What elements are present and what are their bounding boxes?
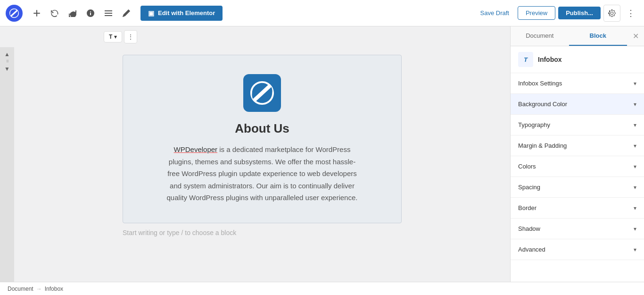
accordion-header-border[interactable]: Border ▾ [511,198,644,218]
undo-button[interactable] [47,6,62,21]
block-type-arrow: ▾ [114,34,117,40]
edit-with-elementor-button[interactable]: ▣ Edit with Elementor [140,6,223,21]
accordion-header-typography[interactable]: Typography ▾ [511,115,644,135]
block-type-button[interactable]: T ▾ [104,31,122,42]
more-options-button[interactable]: ⋮ [623,6,638,21]
elementor-icon: ▣ [148,9,154,17]
accordion-header-colors[interactable]: Colors ▾ [511,156,644,177]
right-panel: Document Block ✕ T Infobox Infobox Setti… [510,26,644,282]
infobox-content-block: About Us WPDeveloper is a dedicated mark… [123,55,402,223]
accordion-shadow: Shadow ▾ [511,219,644,239]
edit-icon-button[interactable] [119,6,134,21]
breadcrumb-infobox[interactable]: Infobox [45,286,63,292]
infobox-icon [243,74,281,112]
chevron-colors: ▾ [634,163,636,170]
accordion-header-shadow[interactable]: Shadow ▾ [511,219,644,239]
save-draft-button[interactable]: Save Draft [475,7,515,19]
block-more-options-button[interactable]: ⋮ [124,30,137,43]
accordion-label-spacing: Spacing [518,184,540,191]
close-icon: ✕ [633,32,639,41]
chevron-shadow: ▾ [634,226,636,232]
info-button[interactable] [83,6,98,21]
accordion-label-border: Border [518,204,537,211]
accordion-header-margin-padding[interactable]: Margin & Padding ▾ [511,135,644,156]
list-view-button[interactable] [101,6,116,21]
about-text: WPDeveloper is a dedicated marketplace f… [163,143,361,204]
breadcrumb-document[interactable]: Document [8,286,33,292]
top-toolbar: ▣ Edit with Elementor Save Draft Preview… [0,0,644,26]
chevron-advanced: ▾ [634,246,636,253]
block-tab[interactable]: Block [569,26,627,46]
preview-button[interactable]: Preview [518,6,555,20]
accordion-label-infobox-settings: Infobox Settings [518,80,562,87]
bottom-bar: Document → Infobox [0,282,644,295]
chevron-border: ▾ [634,205,636,211]
svg-rect-1 [105,13,112,14]
add-block-button[interactable] [29,6,44,21]
accordion-header-infobox-settings[interactable]: Infobox Settings ▾ [511,73,644,93]
chevron-background-color: ▾ [634,101,636,108]
svg-rect-2 [105,15,112,16]
accordion-label-typography: Typography [518,121,550,128]
accordion-header-background-color[interactable]: Background Color ▾ [511,94,644,114]
block-type-icon: T [518,52,533,67]
accordion-label-margin-padding: Margin & Padding [518,142,567,149]
block-toolbar: T ▾ ⋮ [0,26,510,47]
accordion-label-shadow: Shadow [518,225,540,232]
document-tab[interactable]: Document [511,26,569,46]
accordion-list: Infobox Settings ▾ Background Color ▾ Ty… [511,73,644,282]
accordion-border: Border ▾ [511,198,644,219]
accordion-margin-padding: Margin & Padding ▾ [511,135,644,156]
block-name-label: Infobox [538,56,562,63]
ruler-up-arrow[interactable]: ▲ [2,51,12,58]
accordion-header-advanced[interactable]: Advanced ▾ [511,239,644,260]
ruler-sidebar: ▲ ⠿ ▼ [0,47,14,282]
about-body: is a dedicated marketplace for WordPress… [167,145,358,202]
accordion-spacing: Spacing ▾ [511,177,644,198]
accordion-infobox-settings: Infobox Settings ▾ [511,73,644,94]
svg-rect-0 [105,10,112,11]
ruler-down-arrow[interactable]: ▼ [2,66,12,72]
editor-area: T ▾ ⋮ ▲ ⠿ ▼ [0,26,510,282]
accordion-label-advanced: Advanced [518,246,545,253]
panel-tabs: Document Block ✕ [511,26,644,46]
accordion-typography: Typography ▾ [511,115,644,135]
about-link[interactable]: WPDeveloper [174,145,218,153]
block-indicator: T Infobox [511,46,644,73]
breadcrumb-arrow: → [36,286,42,292]
settings-gear-button[interactable] [603,5,620,22]
redo-button[interactable] [65,6,80,21]
accordion-header-spacing[interactable]: Spacing ▾ [511,177,644,197]
chevron-spacing: ▾ [634,184,636,191]
wp-logo [6,5,23,22]
chevron-typography: ▾ [634,122,636,128]
panel-close-button[interactable]: ✕ [627,26,644,46]
accordion-label-background-color: Background Color [518,101,567,108]
accordion-advanced: Advanced ▾ [511,239,644,260]
accordion-colors: Colors ▾ [511,156,644,177]
edit-elementor-label: Edit with Elementor [158,9,215,17]
block-type-label: T [109,34,112,40]
publish-button[interactable]: Publish... [558,7,601,19]
accordion-label-colors: Colors [518,163,536,170]
accordion-background-color: Background Color ▾ [511,94,644,115]
about-title: About Us [235,121,289,136]
ruler-dots: ⠿ [6,59,8,64]
chevron-infobox-settings: ▾ [634,80,636,87]
chevron-margin-padding: ▾ [634,143,636,149]
start-writing-hint[interactable]: Start writing or type / to choose a bloc… [14,223,510,242]
main-area: T ▾ ⋮ ▲ ⠿ ▼ [0,26,644,282]
